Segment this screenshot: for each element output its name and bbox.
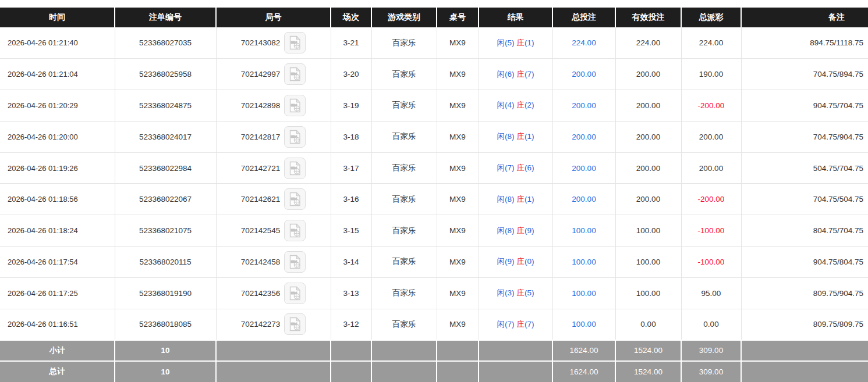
cell-total-payout: 224.00	[681, 27, 741, 59]
result-player: 闲(5)	[497, 38, 515, 47]
grand-total-row: 总计 10 1624.00 1524.00 309.00	[0, 361, 868, 382]
col-header-bet-id: 注单编号	[115, 8, 216, 27]
result-banker-value: (7)	[525, 70, 534, 78]
cell-game-type: 百家乐	[371, 152, 437, 184]
total-bet-link[interactable]: 200.00	[572, 101, 596, 110]
total-bet-link[interactable]: 224.00	[572, 38, 596, 47]
video-file-icon	[288, 130, 302, 144]
result-player: 闲(6)	[497, 70, 515, 78]
round-id-text: 702142898	[241, 101, 281, 110]
col-header-valid-bet: 有效投注	[615, 8, 681, 27]
subtotal-row: 小计 10 1624.00 1524.00 309.00	[0, 340, 868, 361]
cell-session: 3-14	[331, 247, 371, 278]
grand-total-empty-round	[216, 361, 331, 382]
video-file-icon	[288, 317, 302, 331]
cell-valid-bet: 200.00	[615, 59, 681, 90]
cell-remark: 504.75/704.75	[741, 152, 868, 184]
video-replay-button[interactable]	[284, 32, 306, 53]
video-file-icon	[288, 192, 302, 206]
col-header-game-type: 游戏类别	[371, 8, 437, 27]
video-replay-button[interactable]	[284, 313, 306, 335]
cell-result: 闲(5)庄(1)	[479, 27, 552, 59]
round-id-text: 702142621	[241, 195, 281, 204]
subtotal-count: 10	[115, 340, 216, 361]
cell-result: 闲(7)庄(6)	[479, 152, 552, 184]
cell-total-bet: 200.00	[552, 152, 615, 184]
grand-total-empty-result	[479, 361, 552, 382]
cell-total-payout: 95.00	[681, 277, 741, 309]
col-header-session: 场次	[331, 8, 371, 27]
cell-valid-bet: 200.00	[615, 152, 681, 184]
cell-session: 3-15	[331, 215, 371, 247]
result-banker-label: 庄	[517, 226, 525, 235]
table-row: 2026-04-26 01:20:00523368024017702142817…	[0, 121, 868, 152]
cell-total-bet: 224.00	[552, 27, 615, 59]
cell-valid-bet: 200.00	[615, 184, 681, 215]
cell-session: 3-18	[331, 121, 371, 152]
video-replay-button[interactable]	[284, 95, 306, 116]
cell-total-payout: -100.00	[681, 247, 741, 278]
total-bet-link[interactable]: 100.00	[572, 289, 596, 298]
video-replay-button[interactable]	[284, 126, 306, 148]
total-bet-link[interactable]: 100.00	[572, 226, 596, 235]
cell-round-id: 702142898	[216, 90, 331, 122]
total-bet-link[interactable]: 200.00	[572, 195, 596, 204]
cell-table-no: MX9	[437, 27, 479, 59]
cell-table-no: MX9	[437, 184, 479, 215]
cell-time: 2026-04-26 01:20:00	[0, 121, 115, 152]
video-replay-button[interactable]	[284, 283, 306, 304]
total-bet-link[interactable]: 200.00	[572, 133, 596, 141]
grand-total-empty-remark	[741, 361, 868, 382]
result-banker-value: (0)	[525, 257, 534, 266]
result-banker-label: 庄	[517, 38, 525, 47]
cell-valid-bet: 100.00	[615, 215, 681, 247]
cell-session: 3-19	[331, 90, 371, 122]
result-banker-label: 庄	[517, 132, 525, 141]
total-bet-link[interactable]: 200.00	[572, 164, 596, 173]
result-banker-label: 庄	[517, 257, 525, 266]
cell-time: 2026-04-26 01:17:54	[0, 247, 115, 278]
col-header-table-no: 桌号	[437, 8, 479, 27]
round-id-text: 702142817	[241, 133, 281, 141]
cell-total-payout: 200.00	[681, 152, 741, 184]
result-banker-value: (6)	[525, 163, 534, 172]
cell-remark: 704.75/904.75	[741, 121, 868, 152]
video-replay-button[interactable]	[284, 251, 306, 273]
total-bet-link[interactable]: 100.00	[572, 320, 596, 329]
col-header-result: 结果	[479, 8, 552, 27]
grand-total-empty-table-no	[437, 361, 479, 382]
cell-remark: 904.75/704.75	[741, 90, 868, 122]
table-row: 2026-04-26 01:16:51523368018085702142273…	[0, 309, 868, 340]
grand-total-empty-game-type	[371, 361, 437, 382]
grand-total-valid-bet: 1524.00	[615, 361, 681, 382]
total-bet-link[interactable]: 100.00	[572, 258, 596, 266]
cell-remark: 704.75/894.75	[741, 59, 868, 90]
cell-game-type: 百家乐	[371, 309, 437, 340]
cell-table-no: MX9	[437, 309, 479, 340]
video-replay-button[interactable]	[284, 220, 306, 241]
cell-session: 3-20	[331, 59, 371, 90]
cell-time: 2026-04-26 01:20:29	[0, 90, 115, 122]
cell-result: 闲(8)庄(1)	[479, 121, 552, 152]
result-player: 闲(8)	[497, 226, 515, 235]
round-id-text: 702142458	[241, 258, 281, 266]
table-row: 2026-04-26 01:21:40523368027035702143082…	[0, 27, 868, 59]
table-row: 2026-04-26 01:17:54523368020115702142458…	[0, 247, 868, 278]
result-player: 闲(7)	[497, 320, 515, 329]
video-replay-button[interactable]	[284, 63, 306, 85]
result-banker-label: 庄	[517, 70, 525, 78]
cell-game-type: 百家乐	[371, 184, 437, 215]
cell-total-payout: -100.00	[681, 215, 741, 247]
col-header-total-payout: 总派彩	[681, 8, 741, 27]
total-bet-link[interactable]: 200.00	[572, 70, 596, 78]
cell-total-bet: 200.00	[552, 90, 615, 122]
cell-game-type: 百家乐	[371, 59, 437, 90]
cell-round-id: 702142273	[216, 309, 331, 340]
cell-total-bet: 100.00	[552, 215, 615, 247]
cell-table-no: MX9	[437, 215, 479, 247]
cell-bet-id: 523368022984	[115, 152, 216, 184]
video-replay-button[interactable]	[284, 158, 306, 179]
table-header: 时间 注单编号 局号 场次 游戏类别 桌号 结果 总投注 有效投注 总派彩 备注	[0, 8, 868, 27]
subtotal-empty-result	[479, 340, 552, 361]
video-replay-button[interactable]	[284, 188, 306, 210]
